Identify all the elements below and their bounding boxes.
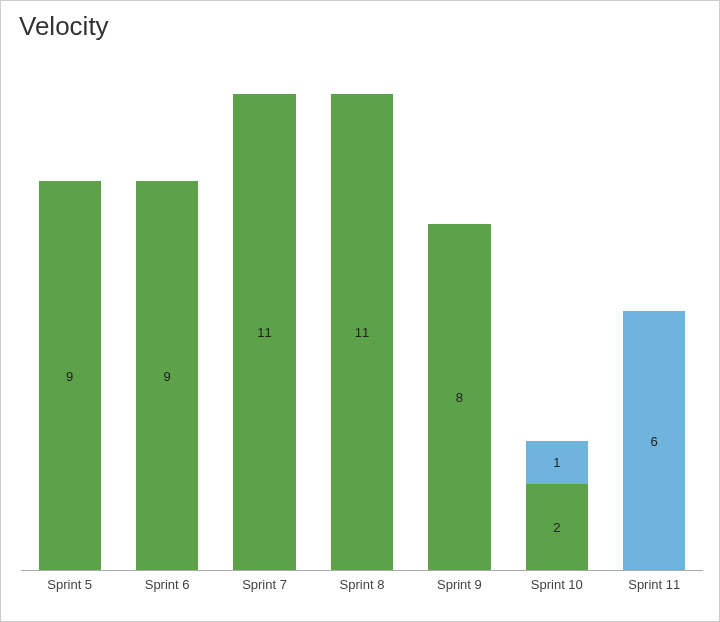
bar-slot: 6 [606,51,703,571]
bar-segment-planned[interactable]: 1 [526,441,588,484]
x-axis-label: Sprint 6 [118,577,215,601]
x-axis-label: Sprint 10 [508,577,605,601]
bar-stack[interactable]: 21 [526,51,588,571]
velocity-chart-container: Velocity 9911118216 Sprint 5Sprint 6Spri… [0,0,720,622]
bar-slot: 11 [313,51,410,571]
bar-segment-completed[interactable]: 8 [428,224,490,571]
bar-segment-label: 9 [66,369,73,384]
bar-segment-label: 1 [553,455,560,470]
bar-segment-label: 2 [553,520,560,535]
bar-segment-completed[interactable]: 9 [136,181,198,571]
bar-stack[interactable]: 8 [428,51,490,571]
bar-slot: 21 [508,51,605,571]
x-axis-label: Sprint 7 [216,577,313,601]
bar-segment-label: 11 [355,325,369,340]
x-axis-label: Sprint 9 [411,577,508,601]
bar-segment-label: 11 [257,325,271,340]
bar-stack[interactable]: 11 [331,51,393,571]
bar-segment-completed[interactable]: 11 [331,94,393,571]
chart-plot-area: 9911118216 [21,51,703,571]
bar-segment-completed[interactable]: 2 [526,484,588,571]
bar-slot: 8 [411,51,508,571]
bar-stack[interactable]: 9 [136,51,198,571]
bar-slot: 9 [118,51,215,571]
x-axis-label: Sprint 8 [313,577,410,601]
bar-stack[interactable]: 11 [233,51,295,571]
bar-segment-label: 8 [456,390,463,405]
bar-segment-completed[interactable]: 11 [233,94,295,571]
bar-segment-label: 6 [651,434,658,449]
bar-slot: 9 [21,51,118,571]
x-axis-label: Sprint 11 [606,577,703,601]
bar-stack[interactable]: 6 [623,51,685,571]
bar-stack[interactable]: 9 [39,51,101,571]
bar-segment-completed[interactable]: 9 [39,181,101,571]
chart-bars: 9911118216 [21,51,703,571]
chart-title: Velocity [19,11,109,42]
bar-segment-planned[interactable]: 6 [623,311,685,571]
bar-slot: 11 [216,51,313,571]
bar-segment-label: 9 [164,369,171,384]
chart-baseline [21,570,703,571]
chart-x-axis-labels: Sprint 5Sprint 6Sprint 7Sprint 8Sprint 9… [21,577,703,601]
x-axis-label: Sprint 5 [21,577,118,601]
